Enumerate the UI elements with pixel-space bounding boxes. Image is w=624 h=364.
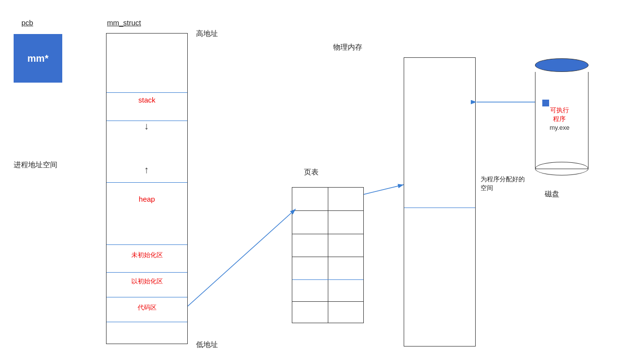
phys-mem-label: 物理内存: [333, 43, 362, 52]
phys-mem-rect: [404, 57, 476, 347]
low-addr-label: 低地址: [196, 340, 218, 349]
svg-line-3: [364, 185, 404, 194]
page-table-rect: [292, 187, 364, 323]
high-addr-label: 高地址: [196, 29, 218, 38]
code-label: 代码区: [107, 303, 187, 312]
down-arrow: ↓: [144, 121, 149, 132]
pcb-mm-label: mm*: [27, 53, 48, 64]
process-space-label: 进程地址空间: [14, 160, 57, 170]
uninit-label: 未初始化区: [107, 251, 187, 260]
page-table-label: 页表: [304, 168, 319, 177]
disk-label: 磁盘: [545, 190, 559, 199]
blue-dot: [542, 100, 549, 106]
pcb-label: pcb: [21, 18, 33, 27]
svg-line-2: [188, 209, 296, 306]
stack-label: stack: [107, 96, 187, 104]
cylinder-bottom: [535, 162, 588, 175]
exec-label: 可执行程序my.exe: [550, 106, 570, 133]
pcb-box: mm*: [14, 34, 62, 83]
mm-struct-label: mm_struct: [107, 18, 141, 27]
up-arrow: ↑: [144, 164, 149, 175]
cylinder-top: [535, 58, 588, 72]
heap-label: heap: [107, 195, 187, 203]
mm-struct-rect: stack heap 未初始化区 以初始化区 代码区: [106, 33, 188, 344]
phys-alloc-label: 为程序分配好的空间: [481, 175, 525, 192]
init-label: 以初始化区: [107, 277, 187, 286]
